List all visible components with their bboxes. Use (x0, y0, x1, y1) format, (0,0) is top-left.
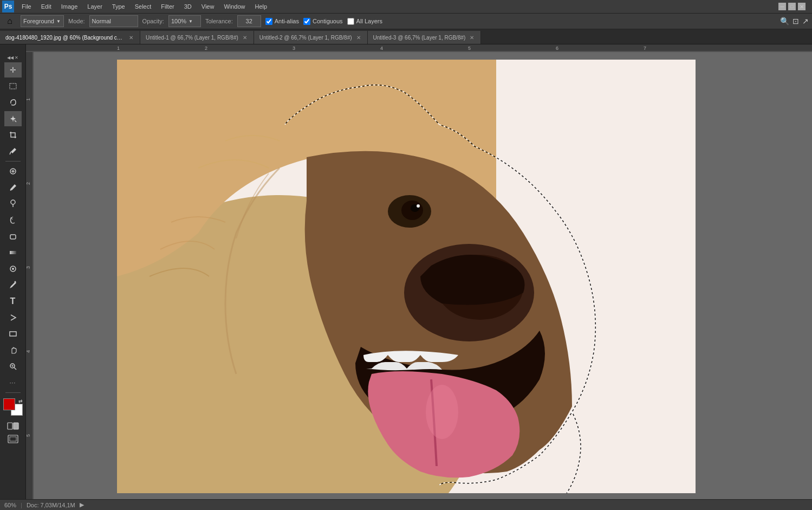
menu-edit[interactable]: Edit (37, 2, 56, 11)
foreground-swatch[interactable] (3, 398, 15, 410)
menu-select[interactable]: Select (131, 2, 156, 11)
healing-brush-tool[interactable] (4, 164, 22, 179)
tab-1-close[interactable]: ✕ (128, 34, 134, 41)
collapse-icon: ◀◀ (7, 55, 14, 60)
swap-colors-icon[interactable]: ⇄ (18, 398, 23, 404)
menu-filter[interactable]: Filter (157, 2, 178, 11)
anti-alias-checkbox[interactable] (265, 18, 272, 25)
menu-bar: Ps File Edit Image Layer Type Select Fil… (0, 0, 812, 13)
tab-1[interactable]: dog-4180480_1920.jpg @ 60% (Background c… (0, 31, 140, 44)
brush-icon (9, 183, 17, 192)
menu-layer[interactable]: Layer (83, 2, 107, 11)
restore-button[interactable]: □ (788, 3, 796, 10)
mode-select[interactable]: Normal Multiply Screen (89, 15, 138, 27)
eraser-icon (9, 232, 17, 241)
tab-4[interactable]: Untitled-3 @ 66,7% (Layer 1, RGB/8#) ✕ (368, 31, 482, 44)
svg-point-44 (426, 385, 458, 439)
svg-text:2: 2 (205, 46, 207, 51)
zoom-arrange-button[interactable]: ⊡ (792, 17, 799, 25)
svg-rect-27 (14, 423, 18, 429)
hand-tool[interactable] (4, 343, 22, 358)
path-select-tool[interactable] (4, 310, 22, 325)
panel-collapse-handle[interactable]: ◀◀ ✕ (7, 54, 18, 61)
svg-text:3: 3 (26, 266, 31, 269)
tab-3-close[interactable]: ✕ (355, 34, 362, 41)
tool-preset-chevron: ▼ (56, 19, 61, 24)
tolerance-label: Tolerance: (205, 18, 233, 24)
marquee-tool[interactable] (4, 79, 22, 94)
canvas[interactable] (117, 60, 696, 493)
opacity-value: 100% (171, 18, 186, 24)
pen-tool[interactable] (4, 277, 22, 293)
svg-text:7: 7 (644, 46, 646, 51)
close-button[interactable]: ✕ (798, 3, 805, 10)
svg-text:4: 4 (380, 46, 383, 51)
magic-wand-tool[interactable] (4, 111, 22, 126)
more-tools-button[interactable]: ··· (4, 375, 22, 390)
zoom-level: 60% (4, 502, 16, 508)
tolerance-input[interactable] (237, 15, 261, 27)
ruler-horizontal: 1 2 3 4 5 6 7 (26, 44, 812, 52)
contiguous-checkbox[interactable] (303, 18, 310, 25)
frame-button[interactable] (4, 433, 22, 445)
tab-2-close[interactable]: ✕ (242, 34, 248, 41)
history-brush-icon (9, 216, 17, 224)
tool-preset-dropdown[interactable]: Foreground ▼ (21, 15, 64, 27)
menu-view[interactable]: View (197, 2, 219, 11)
svg-point-43 (417, 204, 420, 208)
status-bar: 60% | Doc: 7,03M/14,1M ▶ (0, 499, 812, 510)
menu-image[interactable]: Image (57, 2, 82, 11)
shape-tool[interactable] (4, 326, 22, 341)
search-button[interactable]: 🔍 (780, 17, 789, 25)
svg-line-9 (15, 120, 16, 122)
menu-window[interactable]: Window (219, 2, 249, 11)
svg-text:1: 1 (26, 98, 31, 101)
menu-3d[interactable]: 3D (180, 2, 196, 11)
home-icon: ⌂ (7, 16, 12, 26)
dodge-tool[interactable] (4, 261, 22, 276)
menu-file[interactable]: File (17, 2, 36, 11)
path-select-icon (9, 313, 17, 322)
opacity-chevron: ▼ (189, 19, 193, 24)
home-button[interactable]: ⌂ (3, 15, 16, 28)
eyedropper-tool[interactable] (4, 144, 22, 159)
minimize-button[interactable]: ─ (778, 3, 786, 10)
gradient-icon (9, 248, 17, 257)
brush-tool[interactable] (4, 180, 22, 195)
eraser-tool[interactable] (4, 229, 22, 244)
mask-button[interactable] (4, 420, 22, 432)
svg-text:4: 4 (26, 350, 31, 353)
zoom-tool[interactable] (4, 359, 22, 374)
svg-rect-8 (10, 83, 16, 89)
tool-separator-2 (5, 392, 21, 393)
all-layers-group: All Layers (347, 18, 382, 25)
crop-tool[interactable] (4, 127, 22, 143)
contiguous-group: Contiguous (303, 18, 343, 25)
all-layers-checkbox[interactable] (347, 18, 354, 25)
svg-text:3: 3 (293, 46, 295, 51)
shape-icon (9, 330, 17, 338)
tab-2[interactable]: Untitled-1 @ 66,7% (Layer 1, RGB/8#) ✕ (140, 31, 254, 44)
menu-type[interactable]: Type (108, 2, 129, 11)
lasso-tool[interactable] (4, 95, 22, 110)
tool-separator-1 (5, 161, 21, 162)
tool-preset-label: Foreground (23, 18, 54, 24)
opacity-dropdown[interactable]: 100% ▼ (168, 15, 201, 27)
tab-2-label: Untitled-1 @ 66,7% (Layer 1, RGB/8#) (146, 35, 238, 41)
tool-preset-picker[interactable]: Foreground ▼ (21, 15, 64, 27)
tab-3[interactable]: Untitled-2 @ 66,7% (Layer 1, RGB/8#) ✕ (254, 31, 368, 44)
tab-4-close[interactable]: ✕ (469, 34, 475, 41)
svg-text:5: 5 (468, 46, 471, 51)
history-brush-tool[interactable] (4, 212, 22, 228)
svg-point-19 (12, 268, 14, 270)
gradient-tool[interactable] (4, 245, 22, 260)
svg-text:2: 2 (26, 182, 31, 185)
menu-help[interactable]: Help (251, 2, 272, 11)
svg-point-14 (11, 200, 15, 204)
status-arrow[interactable]: ▶ (80, 501, 84, 508)
text-tool[interactable]: T (4, 294, 22, 309)
dog-image (117, 60, 696, 493)
move-tool[interactable]: ✛ (4, 62, 22, 78)
share-button[interactable]: ↗ (802, 17, 809, 25)
clone-stamp-tool[interactable] (4, 196, 22, 211)
